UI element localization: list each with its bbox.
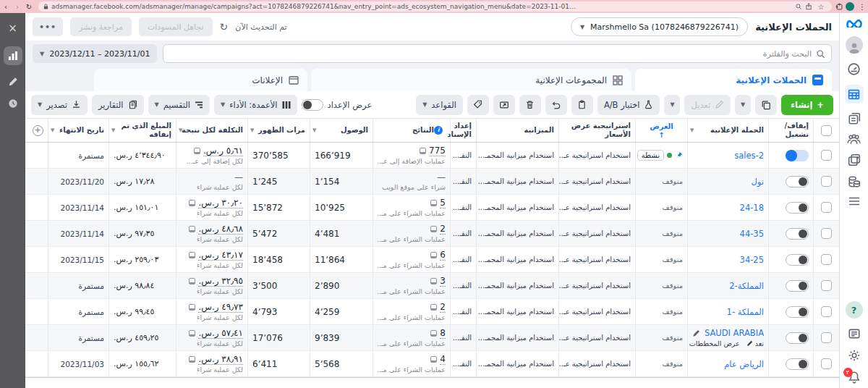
address-bar[interactable]: adsmanager.facebook.com/adsmanager/manag… — [38, 1, 832, 12]
table-row[interactable]: نول متوقف استخد — [25, 169, 839, 195]
notifications-bell-icon[interactable]: ٢ — [848, 371, 861, 384]
close-icon[interactable]: × — [8, 22, 17, 35]
more-menu-icon[interactable] — [848, 197, 860, 206]
campaign-name-link[interactable]: الرياض عام — [724, 359, 764, 369]
campaign-toggle[interactable] — [786, 202, 809, 214]
campaign-name-link[interactable]: المملكة-2 — [729, 281, 764, 291]
sort-caret-icon[interactable]: ▼ — [690, 127, 694, 133]
header-budget[interactable]: الميزانية — [476, 119, 558, 142]
edit-options-button[interactable]: ▼ — [664, 95, 680, 115]
row-checkbox[interactable] — [821, 202, 832, 213]
campaign-name-link[interactable]: نول — [752, 177, 765, 187]
campaign-toggle[interactable] — [786, 280, 809, 292]
campaign-toggle[interactable] — [786, 150, 809, 161]
row-checkbox[interactable] — [821, 332, 832, 343]
extensions-icon[interactable] — [835, 3, 843, 11]
browser-menu-icon[interactable]: ⋮ — [856, 3, 868, 11]
paste-button[interactable] — [571, 95, 593, 115]
search-page-icon[interactable] — [795, 3, 802, 10]
row-checkbox[interactable] — [821, 150, 832, 161]
table-row[interactable]: SAUDI ARABIA تعد عرض المخططات — [25, 325, 839, 351]
view-charts-action[interactable]: عرض المخططات — [687, 340, 740, 347]
campaign-name-link[interactable]: 24-18 — [740, 203, 764, 213]
edit-pencil-icon[interactable] — [8, 77, 18, 87]
campaign-name-link[interactable]: 34-25 — [740, 255, 764, 265]
tab-ads[interactable]: الإعلانات — [94, 69, 307, 91]
pages-icon[interactable] — [848, 112, 861, 125]
preview-button[interactable] — [493, 95, 515, 115]
edit-action[interactable]: تعد — [746, 340, 764, 347]
sort-caret-icon[interactable]: ▼ — [179, 127, 182, 133]
sort-caret-icon[interactable]: ▼ — [312, 127, 316, 133]
campaign-toggle[interactable] — [786, 176, 809, 187]
campaign-toggle[interactable] — [786, 254, 809, 266]
header-results[interactable]: iالنتائج — [373, 119, 450, 142]
rules-button[interactable]: القواعد ▼ — [416, 95, 463, 115]
campaign-toggle[interactable] — [786, 228, 809, 240]
info-icon[interactable]: i — [434, 126, 443, 135]
header-bid-strategy[interactable]: استراتيجية عرض الأسعار — [558, 119, 635, 142]
delete-button[interactable] — [519, 95, 541, 115]
table-row[interactable]: sales-2 نشطة اس — [25, 143, 839, 169]
audiences-people-icon[interactable] — [847, 134, 861, 145]
campaign-toggle[interactable] — [786, 306, 809, 318]
table-row[interactable]: 24-18 متوقف است — [25, 195, 839, 221]
breakdown-button[interactable]: التقسيم ▼ — [148, 95, 210, 115]
tab-campaigns[interactable]: الحملات الإعلانية — [635, 69, 832, 91]
row-checkbox[interactable] — [821, 280, 832, 291]
browser-back-icon[interactable]: ‹ — [0, 3, 12, 11]
tag-button[interactable] — [467, 95, 489, 115]
campaign-name-link[interactable]: SAUDI ARABIA — [705, 328, 764, 338]
campaigns-table-icon[interactable] — [845, 85, 864, 104]
header-impressions[interactable]: مرات الظهور▼ — [247, 119, 310, 142]
refresh-icon[interactable]: ↻ — [220, 21, 229, 33]
setup-view-toggle[interactable] — [302, 99, 323, 111]
header-end-date[interactable]: تاريخ الانتهاء▼ — [48, 119, 109, 142]
history-clock-icon[interactable] — [8, 98, 18, 109]
table-row[interactable]: الرياض عام متوقف — [25, 351, 839, 377]
header-delivery[interactable]: العرض↑ — [635, 119, 687, 142]
row-checkbox[interactable] — [821, 228, 832, 239]
updates-news-icon[interactable] — [848, 327, 861, 340]
bookmark-star-icon[interactable]: ☆ — [815, 3, 827, 11]
search-input[interactable] — [169, 49, 812, 59]
ad-account-selector[interactable]: Marshmello Sa (1078246879226741) ▼ — [571, 17, 748, 36]
review-publish-button[interactable]: مراجعة ونشر — [70, 17, 132, 36]
header-campaign[interactable]: الحملة الإعلانية▼ — [687, 119, 768, 142]
table-row[interactable]: 44-35 متوقف است — [25, 221, 839, 247]
row-checkbox[interactable] — [821, 358, 832, 369]
sort-caret-icon[interactable]: ▼ — [51, 127, 54, 133]
create-button[interactable]: + إنشاء — [781, 95, 833, 115]
campaign-name-link[interactable]: sales-2 — [734, 151, 764, 161]
browser-forward-icon[interactable]: › — [12, 3, 23, 11]
performance-chart-icon[interactable] — [4, 46, 22, 65]
tab-adsets[interactable]: المجموعات الإعلانية — [311, 69, 631, 91]
row-checkbox[interactable] — [821, 306, 832, 317]
add-column-icon[interactable]: + — [33, 125, 43, 136]
ads-media-icon[interactable] — [848, 153, 861, 166]
export-button[interactable]: تصدير ▼ — [31, 95, 88, 115]
undo-button[interactable] — [545, 95, 567, 115]
help-icon[interactable]: ? — [846, 301, 863, 319]
select-all-checkbox[interactable] — [821, 125, 832, 136]
search-filter-box[interactable] — [163, 44, 832, 63]
table-row[interactable]: المملكة -1 متوقف — [25, 299, 839, 325]
ab-test-button[interactable]: اختبار A/B — [597, 95, 660, 115]
campaign-toggle[interactable] — [786, 332, 809, 344]
campaign-name-link[interactable]: المملكة -1 — [727, 307, 764, 317]
header-reach[interactable]: الوصول▼ — [310, 119, 373, 142]
edit-button[interactable]: تعديل — [684, 95, 731, 115]
campaign-name-link[interactable]: 44-35 — [740, 229, 764, 239]
row-checkbox[interactable] — [821, 254, 832, 265]
browser-refresh-icon[interactable]: ↻ — [23, 3, 35, 11]
sort-caret-icon[interactable]: ▼ — [111, 127, 115, 133]
more-options-button[interactable]: ••• — [33, 17, 63, 36]
reports-button[interactable]: التقارير — [92, 95, 144, 115]
header-attribution[interactable]: إعداد الإسناد — [450, 119, 476, 142]
table-row[interactable]: 34-25 متوقف است — [25, 247, 839, 273]
header-cost-per-result[interactable]: التكلفة لكل نتيجة▼ — [176, 119, 247, 142]
duplicate-button[interactable] — [755, 95, 777, 115]
row-checkbox[interactable] — [821, 176, 832, 187]
header-amount-spent[interactable]: المبلغ الذي تم إنفاقه▼ — [109, 119, 176, 142]
billing-coins-icon[interactable] — [848, 175, 861, 188]
